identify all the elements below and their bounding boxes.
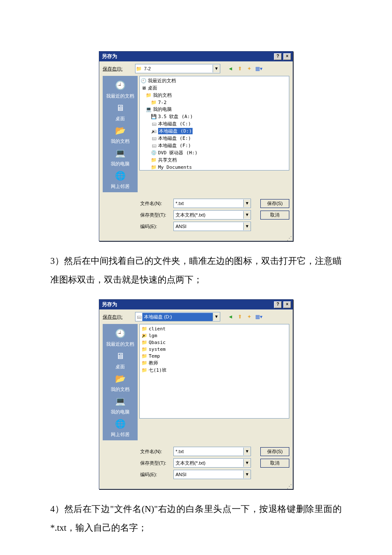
network-icon: 🌐 — [113, 169, 127, 182]
new-folder-icon[interactable]: ✦ — [245, 312, 254, 321]
dropdown-button[interactable]: ▼ — [243, 211, 251, 219]
list-item[interactable]: 🖥桌面 — [141, 84, 288, 92]
folder-icon: 📁 — [135, 66, 142, 72]
folder-icon: 📁 — [141, 326, 147, 332]
nav-toolbar: ◄ ⬆ ✦ ▦▾ — [226, 312, 263, 321]
nav-toolbar: ◄ ⬆ ✦ ▦▾ — [226, 64, 263, 73]
save-in-label: 保存在(I): — [103, 66, 133, 72]
titlebar[interactable]: 另存为 ? × — [99, 52, 293, 61]
list-item[interactable]: 📁七(1)班 — [141, 367, 288, 374]
dropdown-button[interactable]: ▼ — [243, 471, 251, 478]
sidebar-recent[interactable]: 🕘我最近的文档 — [106, 78, 134, 99]
list-item[interactable]: 🖴本地磁盘 (C:) — [141, 120, 288, 127]
save-button[interactable]: 保存(S) — [260, 447, 289, 456]
folder-icon: 📂 — [113, 124, 127, 137]
resize-grip[interactable]: ⋰ — [99, 485, 293, 489]
filename-label: 文件名(N): — [140, 200, 170, 207]
sidebar-computer[interactable]: 💻我的电脑 — [111, 146, 130, 167]
save-as-dialog-2: 另存为 ? × 保存在(I): 🖴 本地磁盘 (D:) ▼ ◄ ⬆ ✦ ▦▾ — [99, 299, 293, 489]
list-item[interactable]: 📁client — [141, 325, 288, 332]
view-menu-icon[interactable]: ▦▾ — [254, 64, 263, 73]
filename-input[interactable]: *.txt▼ — [173, 447, 251, 456]
cancel-button[interactable]: 取消 — [260, 211, 289, 220]
filename-input[interactable]: *.txt▼ — [173, 199, 251, 208]
folder-icon: 📁 — [141, 332, 147, 338]
drive-icon: 🖴 — [151, 136, 157, 142]
dropdown-button[interactable]: ▼ — [213, 313, 220, 321]
encoding-combo[interactable]: ANSI▼ — [173, 222, 251, 231]
list-item[interactable]: 🖴本地磁盘 (F:) — [141, 142, 288, 149]
encoding-combo[interactable]: ANSI▼ — [173, 470, 251, 479]
cancel-button[interactable]: 取消 — [260, 459, 289, 468]
back-icon[interactable]: ◄ — [226, 64, 235, 73]
sidebar-recent[interactable]: 🕘我最近的文档 — [106, 327, 134, 347]
sidebar-network[interactable]: 🌐网上邻居 — [111, 417, 130, 438]
list-item[interactable]: 🖴本地磁盘 (E:) — [141, 135, 288, 142]
list-item[interactable]: 📁My Documents — [141, 164, 288, 171]
dialog-title: 另存为 — [102, 53, 272, 60]
sidebar-mydocs[interactable]: 📂我的文档 — [111, 372, 130, 393]
sidebar-computer[interactable]: 💻我的电脑 — [111, 394, 130, 415]
recent-docs-icon: 🕘 — [141, 78, 147, 84]
view-menu-icon[interactable]: ▦▾ — [254, 312, 263, 321]
drive-icon: 🖴 — [135, 314, 142, 319]
list-item[interactable]: 📁7-2 — [141, 99, 288, 106]
dropdown-button[interactable]: ▼ — [243, 459, 251, 467]
sidebar-desktop[interactable]: 🖥桌面 — [113, 349, 127, 370]
help-button[interactable]: ? — [274, 53, 282, 60]
list-item[interactable]: 📁Temp — [141, 353, 288, 359]
new-folder-icon[interactable]: ✦ — [245, 64, 254, 73]
folder-icon: 📁 — [141, 346, 147, 352]
list-item[interactable]: 💿DVD 驱动器 (H:) — [141, 149, 288, 156]
filetype-label: 保存类型(T): — [140, 460, 170, 466]
list-item-selected[interactable]: 🖴本地磁盘 (D:) — [141, 127, 288, 135]
resize-grip[interactable]: ⋰ — [99, 237, 293, 241]
file-list[interactable]: 📁client 📁lgm 📁Qbasic 📁system 📁Temp 📁教师 📁… — [139, 324, 289, 419]
help-button[interactable]: ? — [274, 301, 282, 308]
list-item[interactable]: 💾3.5 软盘 (A:) — [141, 113, 288, 120]
dropdown-button[interactable]: ▼ — [243, 223, 251, 230]
encoding-label: 编码(E): — [140, 471, 170, 478]
list-item[interactable]: 📁lgm — [141, 332, 288, 339]
places-sidebar: 🕘我最近的文档 🖥桌面 📂我的文档 💻我的电脑 🌐网上邻居 — [103, 76, 138, 192]
dropdown-button[interactable]: ▼ — [243, 199, 251, 207]
drive-icon: 🖴 — [151, 128, 157, 134]
desktop-icon: 🖥 — [141, 85, 147, 91]
network-icon: 🌐 — [113, 417, 127, 431]
up-icon[interactable]: ⬆ — [236, 312, 244, 321]
folder-icon: 📁 — [141, 360, 147, 366]
list-item[interactable]: 📁system — [141, 346, 288, 353]
sidebar-desktop[interactable]: 🖥桌面 — [113, 101, 127, 122]
save-button[interactable]: 保存(S) — [260, 199, 289, 208]
filetype-combo[interactable]: 文本文档(*.txt)▼ — [173, 458, 251, 468]
places-sidebar: 🕘我最近的文档 🖥桌面 📂我的文档 💻我的电脑 🌐网上邻居 — [103, 324, 138, 440]
save-as-dialog-1: 另存为 ? × 保存在(I): 📁 7-2 ▼ ◄ ⬆ ✦ ▦▾ — [99, 51, 293, 241]
up-icon[interactable]: ⬆ — [236, 64, 244, 73]
sidebar-mydocs[interactable]: 📂我的文档 — [111, 124, 130, 145]
folder-icon: 📁 — [151, 157, 157, 163]
dropdown-button[interactable]: ▼ — [213, 65, 220, 72]
dvd-drive-icon: 💿 — [151, 150, 157, 156]
filetype-label: 保存类型(T): — [140, 212, 170, 218]
list-item[interactable]: 📁教师 — [141, 359, 288, 367]
folder-icon: 📁 — [151, 164, 157, 170]
filetype-combo[interactable]: 文本文档(*.txt)▼ — [173, 210, 251, 220]
back-icon[interactable]: ◄ — [226, 312, 235, 321]
close-button[interactable]: × — [283, 301, 291, 308]
recent-docs-icon: 🕘 — [113, 327, 127, 340]
close-button[interactable]: × — [283, 53, 291, 60]
sidebar-network[interactable]: 🌐网上邻居 — [111, 169, 130, 190]
save-in-combo[interactable]: 📁 7-2 ▼ — [135, 64, 220, 73]
list-item[interactable]: 🕘我最近的文档 — [141, 77, 288, 84]
desktop-icon: 🖥 — [113, 101, 127, 115]
location-tree[interactable]: 🕘我最近的文档 🖥桌面 📁我的文档 📁7-2 💻我的电脑 💾3.5 软盘 (A:… — [139, 76, 289, 171]
list-item[interactable]: 📁我的文档 — [141, 92, 288, 99]
list-item[interactable]: 📁Qbasic — [141, 339, 288, 346]
computer-icon: 💻 — [113, 146, 127, 160]
list-item[interactable]: 💻我的电脑 — [141, 106, 288, 113]
list-item[interactable]: 📁共享文档 — [141, 156, 288, 164]
folder-icon: 📁 — [141, 367, 147, 373]
save-in-combo[interactable]: 🖴 本地磁盘 (D:) ▼ — [135, 312, 220, 321]
titlebar[interactable]: 另存为 ? × — [99, 300, 293, 309]
dropdown-button[interactable]: ▼ — [243, 448, 251, 455]
